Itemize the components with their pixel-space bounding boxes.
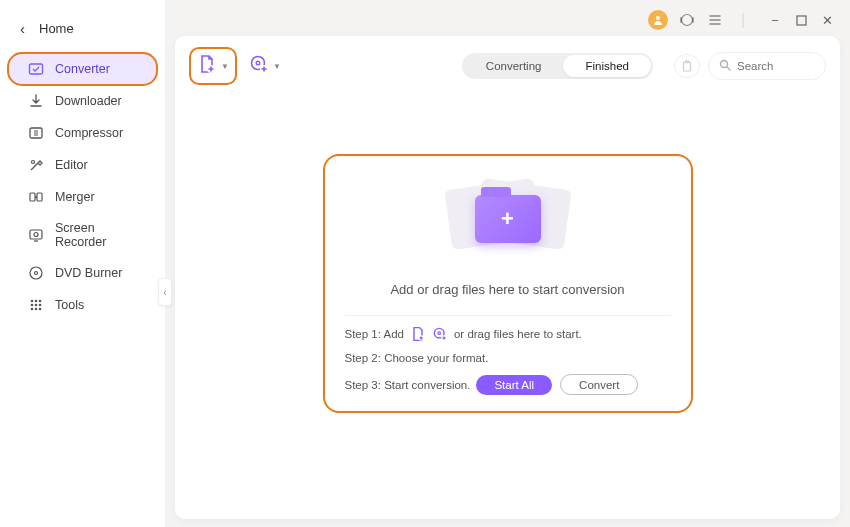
svg-point-8 xyxy=(35,272,38,275)
search-input[interactable] xyxy=(737,60,815,72)
step-1: Step 1: Add or drag files here to start. xyxy=(345,326,671,342)
svg-point-9 xyxy=(31,300,34,303)
svg-point-23 xyxy=(256,61,260,65)
sidebar-item-converter[interactable]: Converter xyxy=(8,53,157,85)
download-icon xyxy=(28,93,44,109)
sidebar-item-label: Compressor xyxy=(55,126,123,140)
folder-illustration: + xyxy=(438,174,578,264)
sidebar-item-label: Editor xyxy=(55,158,88,172)
chevron-down-icon: ▼ xyxy=(273,62,281,71)
merger-icon xyxy=(28,189,44,205)
clipboard-button[interactable] xyxy=(674,54,700,78)
step1-post: or drag files here to start. xyxy=(454,328,582,340)
sidebar-item-label: Downloader xyxy=(55,94,122,108)
tools-icon xyxy=(28,297,44,313)
tab-segment: Converting Finished xyxy=(462,53,653,79)
home-label: Home xyxy=(39,21,74,36)
menu-icon[interactable] xyxy=(706,11,724,29)
svg-point-14 xyxy=(39,304,42,307)
svg-rect-3 xyxy=(30,193,35,201)
add-disc-icon xyxy=(249,54,269,78)
svg-point-7 xyxy=(30,267,42,279)
svg-rect-0 xyxy=(30,64,43,74)
sidebar-item-dvd-burner[interactable]: DVD Burner xyxy=(8,257,157,289)
search-icon xyxy=(719,57,731,75)
add-file-button[interactable]: ▼ xyxy=(189,47,237,85)
search-box[interactable] xyxy=(708,52,826,80)
svg-point-12 xyxy=(31,304,34,307)
step3-label: Step 3: Start conversion. xyxy=(345,379,471,391)
editor-icon xyxy=(28,157,44,173)
maximize-button[interactable] xyxy=(794,13,808,27)
add-disc-button[interactable]: ▼ xyxy=(243,49,287,83)
svg-point-6 xyxy=(34,233,38,237)
plus-icon: + xyxy=(501,206,514,232)
drop-area[interactable]: + Add or drag files here to start conver… xyxy=(323,154,693,413)
support-icon[interactable] xyxy=(678,11,696,29)
svg-point-27 xyxy=(721,61,728,68)
drop-title: Add or drag files here to start conversi… xyxy=(390,282,624,297)
tab-converting[interactable]: Converting xyxy=(464,55,564,77)
svg-rect-4 xyxy=(37,193,42,201)
chevron-down-icon: ▼ xyxy=(221,62,229,71)
sidebar-item-editor[interactable]: Editor xyxy=(8,149,157,181)
divider-icon: | xyxy=(734,11,752,29)
add-file-icon[interactable] xyxy=(410,326,426,342)
step-3: Step 3: Start conversion. Start All Conv… xyxy=(345,374,671,395)
steps: Step 1: Add or drag files here to start.… xyxy=(345,326,671,395)
main: | − ✕ ▼ ▼ C xyxy=(165,0,850,527)
convert-button[interactable]: Convert xyxy=(560,374,638,395)
home-nav[interactable]: ‹ Home xyxy=(0,10,165,51)
svg-point-13 xyxy=(35,304,38,307)
sidebar-item-downloader[interactable]: Downloader xyxy=(8,85,157,117)
sidebar-item-label: Converter xyxy=(55,62,110,76)
svg-point-10 xyxy=(35,300,38,303)
sidebar-item-label: Screen Recorder xyxy=(55,221,143,249)
compressor-icon xyxy=(28,125,44,141)
svg-point-18 xyxy=(656,16,660,20)
user-avatar-icon[interactable] xyxy=(648,10,668,30)
sidebar-item-merger[interactable]: Merger xyxy=(8,181,157,213)
content-card: ▼ ▼ Converting Finished xyxy=(175,36,840,519)
close-button[interactable]: ✕ xyxy=(820,13,834,27)
svg-point-16 xyxy=(35,308,38,311)
add-disc-icon[interactable] xyxy=(432,326,448,342)
add-file-icon xyxy=(197,54,217,78)
tab-finished[interactable]: Finished xyxy=(563,55,650,77)
sidebar-item-label: Tools xyxy=(55,298,84,312)
start-all-button[interactable]: Start All xyxy=(476,375,552,395)
back-icon: ‹ xyxy=(20,20,25,37)
svg-rect-5 xyxy=(30,230,42,239)
titlebar: | − ✕ xyxy=(175,8,840,34)
toolbar: ▼ ▼ Converting Finished xyxy=(189,46,826,86)
sidebar-item-tools[interactable]: Tools xyxy=(8,289,157,321)
screen-recorder-icon xyxy=(28,227,44,243)
svg-point-2 xyxy=(32,161,35,164)
sidebar-item-label: DVD Burner xyxy=(55,266,122,280)
sidebar-item-compressor[interactable]: Compressor xyxy=(8,117,157,149)
svg-point-17 xyxy=(39,308,42,311)
svg-point-11 xyxy=(39,300,42,303)
converter-icon xyxy=(28,61,44,77)
step-2: Step 2: Choose your format. xyxy=(345,352,671,364)
sidebar-item-screen-recorder[interactable]: Screen Recorder xyxy=(8,213,157,257)
dvd-icon xyxy=(28,265,44,281)
divider xyxy=(345,315,671,316)
sidebar-item-label: Merger xyxy=(55,190,95,204)
svg-rect-20 xyxy=(797,16,806,25)
svg-point-19 xyxy=(682,15,693,26)
minimize-button[interactable]: − xyxy=(768,13,782,27)
svg-point-15 xyxy=(31,308,34,311)
sidebar: ‹ Home Converter Downloader Compressor E… xyxy=(0,0,165,527)
step1-pre: Step 1: Add xyxy=(345,328,404,340)
svg-point-30 xyxy=(438,332,441,335)
